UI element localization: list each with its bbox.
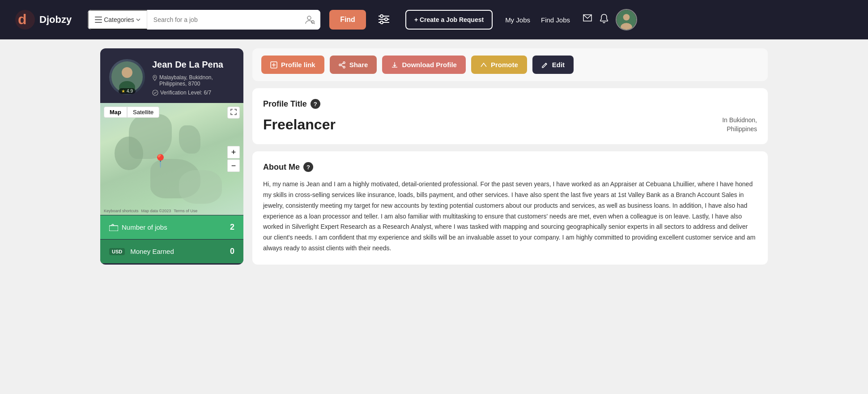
map-zoom-controls: + −	[227, 146, 240, 172]
profile-info: Jean De La Pena Malaybalay, Bukidnon, Ph…	[152, 59, 234, 96]
svg-point-12	[380, 21, 383, 24]
svg-text:d: d	[18, 11, 27, 27]
verification-level: Verification Level: 6/7	[152, 90, 234, 96]
svg-point-5	[307, 16, 311, 20]
create-job-button[interactable]: + Create a Job Request	[405, 10, 493, 30]
map-expand-icon[interactable]	[227, 107, 240, 119]
svg-point-11	[385, 18, 387, 21]
left-panel: ★ 4.9 Jean De La Pena Malaybalay, Bukidn…	[100, 48, 243, 265]
jobs-label: Number of jobs	[109, 223, 167, 231]
profile-header: ★ 4.9 Jean De La Pena Malaybalay, Bukidn…	[100, 48, 243, 103]
share-label: Share	[349, 61, 368, 69]
svg-point-20	[153, 90, 158, 95]
zoom-out-button[interactable]: −	[227, 159, 240, 172]
categories-label: Categories	[104, 16, 134, 23]
right-panel: Profile link Share Download Profile Prom…	[252, 48, 768, 265]
map-controls: Map Satellite	[104, 107, 159, 118]
search-input[interactable]	[147, 16, 300, 23]
money-stats-row: USD Money Earned 0	[100, 240, 243, 263]
download-profile-button[interactable]: Download Profile	[382, 56, 466, 74]
svg-point-19	[154, 77, 156, 78]
download-profile-label: Download Profile	[402, 61, 457, 69]
map-tab-satellite[interactable]: Satellite	[127, 107, 159, 118]
profile-name: Jean De La Pena	[152, 59, 234, 70]
notifications-icon[interactable]	[600, 14, 608, 26]
categories-button[interactable]: Categories	[88, 10, 147, 30]
location-text: Malaybalay, Bukidnon, Philippines, 8700	[159, 74, 234, 87]
svg-rect-2	[95, 17, 102, 17]
map-data: Map data ©2023	[141, 209, 171, 213]
profile-title-header: Profile Title ?	[263, 99, 757, 109]
promote-button[interactable]: Promote	[471, 56, 527, 74]
money-value: 0	[230, 247, 234, 256]
verification-text: Verification Level: 6/7	[160, 90, 211, 96]
logo-text: Djobzy	[39, 14, 72, 26]
navbar: d Djobzy Categories Find + Create a Job …	[0, 0, 868, 39]
svg-point-14	[623, 14, 630, 21]
svg-rect-21	[109, 226, 118, 231]
action-buttons-bar: Profile link Share Download Profile Prom…	[252, 48, 768, 81]
svg-point-23	[343, 62, 345, 64]
promote-label: Promote	[491, 61, 518, 69]
svg-rect-3	[95, 19, 102, 20]
profile-link-button[interactable]: Profile link	[261, 56, 324, 74]
nav-icons	[583, 9, 637, 30]
find-button[interactable]: Find	[329, 10, 366, 30]
jobs-label-text: Number of jobs	[122, 223, 167, 231]
profile-link-label: Profile link	[281, 61, 315, 69]
svg-point-10	[380, 15, 383, 17]
profile-location: Malaybalay, Bukidnon, Philippines, 8700	[152, 74, 234, 87]
about-help-icon[interactable]: ?	[303, 162, 313, 172]
messages-icon[interactable]	[583, 14, 592, 26]
about-section: About Me ? Hi, my name is Jean and I am …	[252, 151, 768, 265]
freelancer-title-text: Freelancer	[263, 116, 336, 133]
edit-label: Edit	[552, 61, 565, 69]
money-label-text: Money Earned	[130, 248, 174, 255]
my-jobs-link[interactable]: My Jobs	[505, 16, 530, 24]
jobs-value: 2	[230, 223, 234, 232]
map-pin: 📍	[153, 154, 168, 168]
rating-value: 4.9	[127, 89, 133, 94]
user-avatar[interactable]	[616, 9, 637, 30]
profile-location-tag: In Bukidnon,Philippines	[722, 116, 757, 133]
keyboard-shortcuts: Keyboard shortcuts	[104, 209, 139, 213]
logo[interactable]: d Djobzy	[14, 9, 72, 30]
edit-button[interactable]: Edit	[532, 56, 574, 74]
currency-badge: USD	[109, 248, 125, 255]
svg-point-24	[343, 66, 345, 68]
profile-title-section: Profile Title ? Freelancer In Bukidnon,P…	[252, 88, 768, 144]
map-attribution: Keyboard shortcuts Map data ©2023 Terms …	[104, 209, 197, 213]
filter-icon[interactable]	[375, 11, 393, 29]
rating-badge: ★ 4.9	[119, 88, 136, 94]
jobs-stats-row: Number of jobs 2	[100, 215, 243, 239]
zoom-in-button[interactable]: +	[227, 146, 240, 158]
profile-avatar: ★ 4.9	[109, 59, 145, 95]
about-header: About Me ?	[263, 162, 757, 172]
svg-point-25	[339, 64, 341, 66]
svg-rect-4	[95, 22, 102, 23]
page-content: ★ 4.9 Jean De La Pena Malaybalay, Bukidn…	[89, 39, 779, 274]
svg-point-17	[122, 67, 132, 78]
profile-title-help-icon[interactable]: ?	[311, 99, 320, 109]
freelancer-title-row: Freelancer In Bukidnon,Philippines	[263, 116, 757, 133]
money-label: USD Money Earned	[109, 248, 174, 255]
share-button[interactable]: Share	[330, 56, 377, 74]
map-container: Map Satellite 📍 + − Keyboard shortcuts M…	[100, 103, 243, 215]
search-bar: Categories	[88, 10, 320, 30]
map-tab-map[interactable]: Map	[104, 107, 127, 118]
terms-of-use: Terms of Use	[174, 209, 197, 213]
about-section-label: About Me	[263, 163, 300, 172]
nav-links: My Jobs Find Jobs	[505, 16, 570, 24]
about-text: Hi, my name is Jean and I am a highly mo…	[263, 179, 757, 254]
profile-title-section-label: Profile Title	[263, 99, 307, 109]
find-jobs-link[interactable]: Find Jobs	[541, 16, 570, 24]
person-search-icon[interactable]	[300, 10, 320, 30]
